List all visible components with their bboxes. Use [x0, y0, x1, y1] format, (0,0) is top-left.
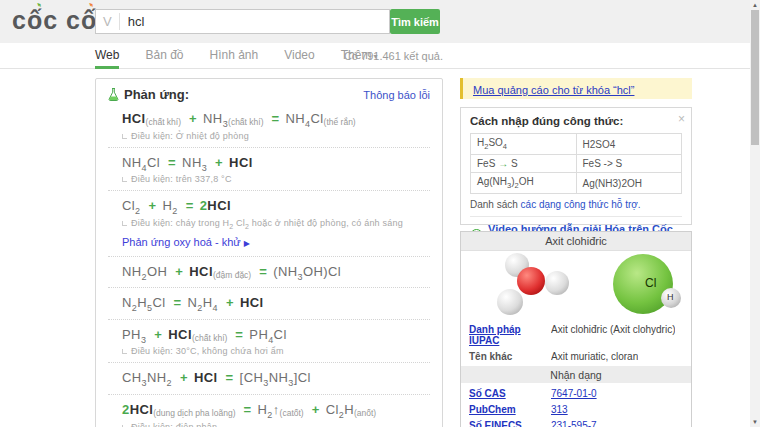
reaction-row: N2H5Cl=N2H4+HCl: [108, 288, 430, 320]
property-value: Axit clohiđric (Axit clohydric): [551, 324, 675, 335]
reaction-row: NH2OH+HCl(đậm đặc)=(NH3OH)Cl: [108, 257, 430, 289]
compound-card: Axit clohiđric Cl H Danh pháp IUPACAxit …: [460, 231, 692, 427]
compound-title: Axit clohiđric: [461, 232, 691, 251]
formula-list-line: Danh sách các dạng công thức hỗ trợ.: [470, 199, 682, 217]
reactions-panel-header: Phản ứng: Thông báo lỗi: [108, 87, 430, 102]
tabs: WebBản đồHình ảnhVideoThêm ▾: [95, 43, 443, 69]
reaction-row: HCl(chất khí)+NH3(chất khí)=NH4Cl(thể rắ…: [108, 104, 430, 148]
property-label[interactable]: Số EINECS: [469, 420, 551, 427]
report-error-link[interactable]: Thông báo lỗi: [363, 89, 430, 101]
hydrogen-atom-icon: [497, 289, 523, 315]
tab-video[interactable]: Video: [284, 43, 314, 69]
property-row: PubChem313: [461, 401, 691, 417]
section-header: Nhận dạng: [461, 366, 691, 383]
header: cốc cốc ‶ ‶ V Tìm kiếm: [0, 0, 760, 43]
reaction-list: HCl(chất khí)+NH3(chất khí)=NH4Cl(thể rắ…: [108, 104, 430, 427]
tab-web[interactable]: Web: [95, 43, 119, 69]
redox-reaction-link[interactable]: Phản ứng oxy hoá - khử ▶: [122, 236, 250, 248]
reaction-condition: Điều kiện: 30°C, không chứa hơi ẩm: [122, 346, 430, 356]
reaction-condition: Điều kiện: trên 337,8 °C: [122, 174, 430, 184]
reaction-condition: Điều kiện: Ở nhiệt độ phòng: [122, 131, 430, 141]
formula-help-table: H2SO4H2SO4FeS → SFeS -> SAg(NH3)2OHAg(NH…: [470, 133, 682, 194]
formula-rendered: FeS → S: [471, 155, 577, 173]
hcl-molecule-image: Cl H: [613, 254, 703, 320]
formula-help-rows: H2SO4H2SO4FeS → SFeS -> SAg(NH3)2OHAg(NH…: [471, 134, 682, 194]
formula-rendered: H2SO4: [471, 134, 577, 155]
property-value[interactable]: 231-595-7: [551, 420, 597, 427]
molecule-images: Cl H: [461, 251, 691, 321]
scroll-up-icon[interactable]: ▲: [750, 0, 760, 10]
search-box: V: [95, 9, 390, 34]
formula-typed: Ag(NH3)2OH: [576, 173, 682, 194]
reaction-row: NH4Cl=NH3+HClĐiều kiện: trên 337,8 °C: [108, 148, 430, 192]
tab-bar: Có 791.461 kết quả. WebBản đồHình ảnhVid…: [0, 43, 760, 69]
ad-banner: Mua quảng cáo cho từ khóa “hcl”: [460, 78, 692, 99]
reaction-formula: HCl(chất khí)+NH3(chất khí)=NH4Cl(thể rắ…: [122, 111, 430, 129]
property-value: Axit muriatic, cloran: [551, 351, 638, 362]
reaction-condition: Điều kiện: cháy trong H2 Cl2 hoặc ở nhiệ…: [122, 218, 430, 230]
scrollbar-thumb[interactable]: [751, 10, 759, 145]
reaction-formula: Cl2+H2=2HCl: [122, 198, 430, 216]
formula-list-link[interactable]: các dạng công thức hỗ trợ.: [521, 199, 641, 210]
hydrogen-label: H: [667, 292, 674, 302]
close-icon[interactable]: ×: [678, 112, 685, 126]
scrollbar[interactable]: ▲ ▼: [750, 0, 760, 427]
reactions-title: Phản ứng:: [108, 87, 189, 102]
tab-thêm[interactable]: Thêm ▾: [341, 43, 378, 69]
formula-typed: FeS -> S: [576, 155, 682, 173]
scroll-down-icon[interactable]: ▼: [750, 417, 760, 427]
tab-bản-đồ[interactable]: Bản đồ: [145, 43, 183, 69]
property-label[interactable]: Danh pháp IUPAC: [469, 324, 551, 346]
oxygen-atom-icon: [517, 267, 545, 295]
formula-example-row: Ag(NH3)2OHAg(NH3)2OH: [471, 173, 682, 194]
reaction-row: CH3NH2+HCl=[CH3NH3]Cl: [108, 363, 430, 395]
property-label[interactable]: PubChem: [469, 404, 551, 415]
reaction-formula: N2H5Cl=N2H4+HCl: [122, 295, 430, 313]
reaction-row: PH3+HCl(chất khí)=PH4ClĐiều kiện: 30°C, …: [108, 320, 430, 364]
hydronium-molecule-image: [489, 253, 579, 319]
flask-icon: [108, 88, 119, 101]
property-row: Số CAS7647-01-0: [461, 385, 691, 401]
reaction-formula: CH3NH2+HCl=[CH3NH3]Cl: [122, 370, 430, 388]
property-label[interactable]: Số CAS: [469, 388, 551, 399]
reaction-formula: PH3+HCl(chất khí)=PH4Cl: [122, 327, 430, 345]
property-value[interactable]: 313: [551, 404, 568, 415]
reaction-formula: 2HCl(dung dịch pha loãng)=H2↑(catốt)+Cl2…: [122, 402, 430, 420]
reaction-row: 2HCl(dung dịch pha loãng)=H2↑(catốt)+Cl2…: [108, 395, 430, 427]
compound-properties: Danh pháp IUPACAxit clohiđric (Axit cloh…: [461, 321, 691, 427]
search-input[interactable]: [120, 14, 389, 29]
chlorine-label: Cl: [645, 276, 656, 290]
search-button[interactable]: Tìm kiếm: [390, 9, 440, 34]
formula-rendered: Ag(NH3)2OH: [471, 173, 577, 194]
tab-hình-ảnh[interactable]: Hình ảnh: [210, 43, 259, 69]
formula-help-box: × Cách nhập đúng công thức: H2SO4H2SO4Fe…: [460, 107, 692, 225]
property-row: Tên khácAxit muriatic, cloran: [461, 348, 691, 364]
property-row: Danh pháp IUPACAxit clohiđric (Axit cloh…: [461, 321, 691, 348]
formula-example-row: FeS → SFeS -> S: [471, 155, 682, 173]
reaction-row: Cl2+H2=2HClĐiều kiện: cháy trong H2 Cl2 …: [108, 191, 430, 256]
formula-typed: H2SO4: [576, 134, 682, 155]
formula-example-row: H2SO4H2SO4: [471, 134, 682, 155]
reaction-formula: NH2OH+HCl(đậm đặc)=(NH3OH)Cl: [122, 264, 430, 282]
property-row: Số EINECS231-595-7: [461, 417, 691, 427]
reaction-condition: Điều kiện: điện phân: [122, 422, 430, 427]
property-value[interactable]: 7647-01-0: [551, 388, 597, 399]
formula-help-title: Cách nhập đúng công thức:: [470, 115, 682, 127]
reaction-formula: NH4Cl=NH3+HCl: [122, 155, 430, 173]
reactions-panel: Phản ứng: Thông báo lỗi HCl(chất khí)+NH…: [95, 78, 443, 427]
hydrogen-atom-icon: [545, 271, 569, 295]
hydrogen-atom-icon: H: [661, 288, 681, 308]
buy-ads-link[interactable]: Mua quảng cáo cho từ khóa “hcl”: [473, 84, 634, 96]
input-method-icon[interactable]: V: [96, 13, 120, 30]
property-label: Tên khác: [469, 351, 551, 362]
